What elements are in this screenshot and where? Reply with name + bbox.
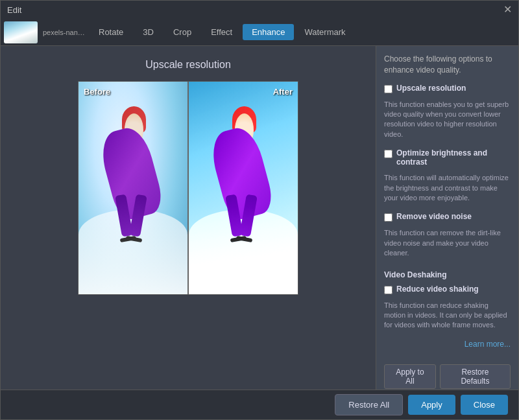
skier-figure-before [90, 113, 176, 262]
option-upscale-row: Upscale resolution [384, 84, 511, 93]
ski-right-after [235, 237, 252, 243]
deshake-desc: This function can reduce shaking motion … [384, 301, 511, 331]
tab-crop[interactable]: Crop [164, 24, 200, 40]
tab-enhance[interactable]: Enhance [243, 24, 294, 40]
noise-desc: This function can remove the dirt-like v… [384, 228, 511, 258]
video-thumbnail [4, 21, 38, 43]
preview-container: Before [78, 81, 298, 295]
window-title: Edit [7, 5, 21, 15]
ski-right [125, 237, 142, 243]
upscale-desc: This function enables you to get superb … [384, 100, 511, 140]
skier-figure-after [200, 113, 287, 262]
tab-watermark[interactable]: Watermark [295, 24, 354, 40]
legs [103, 195, 163, 247]
upscale-checkbox[interactable] [384, 85, 392, 93]
apply-button[interactable]: Apply [408, 395, 455, 415]
panel-buttons: Apply to All Restore Defaults [384, 364, 511, 389]
edit-window: Edit ✕ pexels-nang-... Rotate 3D Crop Ef… [0, 0, 519, 420]
after-label: After [273, 87, 293, 97]
bottom-bar: Restore All Apply Close [1, 390, 518, 419]
leg-right-after [239, 194, 258, 237]
apply-to-all-button[interactable]: Apply to All [384, 364, 436, 389]
preview-before: Before [78, 82, 187, 294]
upscale-label: Upscale resolution [396, 84, 466, 93]
close-button[interactable]: Close [461, 395, 508, 415]
main-title: Upscale resolution [145, 59, 231, 71]
preview-after: After [189, 82, 298, 294]
restore-defaults-button[interactable]: Restore Defaults [440, 364, 511, 389]
deshake-checkbox[interactable] [384, 286, 392, 294]
option-deshake-row: Reduce video shaking [384, 285, 511, 294]
content-area: Upscale resolution Before [1, 46, 518, 390]
noise-label: Remove video noise [396, 212, 472, 221]
deshaking-section-title: Video Deshaking [384, 270, 511, 279]
tab-bar: pexels-nang-... Rotate 3D Crop Effect En… [1, 19, 518, 46]
before-label: Before [84, 87, 110, 97]
after-image [189, 82, 298, 294]
tab-rotate[interactable]: Rotate [90, 24, 132, 40]
deshake-label: Reduce video shaking [396, 285, 479, 294]
optimize-checkbox[interactable] [384, 150, 392, 158]
tab-3d[interactable]: 3D [134, 24, 163, 40]
thumbnail-label: pexels-nang-... [43, 29, 88, 36]
title-bar: Edit ✕ [1, 1, 518, 19]
window-close-button[interactable]: ✕ [503, 5, 512, 15]
restore-all-button[interactable]: Restore All [335, 394, 403, 415]
optimize-label: Optimize brightness and contrast [396, 148, 511, 167]
before-image [78, 82, 187, 294]
tab-effect[interactable]: Effect [202, 24, 241, 40]
legs-after [213, 195, 274, 247]
right-panel: Choose the following options to enhance … [376, 46, 518, 390]
panel-intro: Choose the following options to enhance … [384, 54, 511, 76]
main-panel: Upscale resolution Before [1, 46, 376, 390]
optimize-desc: This function will automatically optimiz… [384, 173, 511, 203]
noise-checkbox[interactable] [384, 213, 392, 222]
option-optimize-row: Optimize brightness and contrast [384, 148, 511, 167]
leg-right [129, 194, 147, 237]
learn-more-link[interactable]: Learn more... [384, 340, 511, 349]
thumbnail-image [4, 21, 38, 43]
option-noise-row: Remove video noise [384, 212, 511, 222]
